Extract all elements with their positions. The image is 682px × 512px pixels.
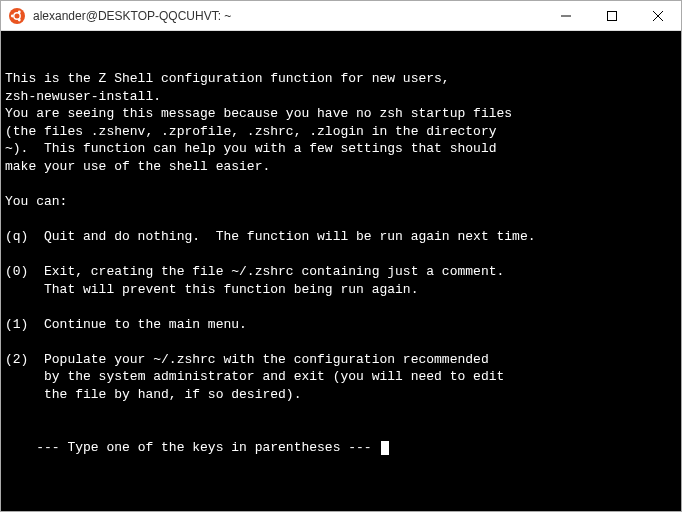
minimize-button[interactable] — [543, 1, 589, 30]
terminal-area[interactable]: This is the Z Shell configuration functi… — [1, 31, 681, 511]
svg-point-3 — [18, 10, 21, 13]
terminal-line: You can: — [5, 193, 677, 211]
terminal-line: make your use of the shell easier. — [5, 158, 677, 176]
ubuntu-icon — [9, 8, 25, 24]
terminal-line: (the files .zshenv, .zprofile, .zshrc, .… — [5, 123, 677, 141]
maximize-button[interactable] — [589, 1, 635, 30]
terminal-line — [5, 333, 677, 351]
svg-point-4 — [18, 18, 21, 21]
terminal-line: ~). This function can help you with a fe… — [5, 140, 677, 158]
svg-rect-5 — [608, 11, 617, 20]
terminal-line — [5, 210, 677, 228]
terminal-line — [5, 298, 677, 316]
terminal-window: alexander@DESKTOP-QQCUHVT: ~ This is the… — [0, 0, 682, 512]
terminal-line: This is the Z Shell configuration functi… — [5, 70, 677, 88]
terminal-line — [5, 403, 677, 421]
terminal-line: zsh-newuser-install. — [5, 88, 677, 106]
terminal-prompt: --- Type one of the keys in parentheses … — [36, 440, 379, 455]
terminal-line — [5, 175, 677, 193]
window-controls — [543, 1, 681, 30]
terminal-line: (2) Populate your ~/.zshrc with the conf… — [5, 351, 677, 369]
terminal-line: the file by hand, if so desired). — [5, 386, 677, 404]
cursor — [381, 441, 389, 455]
svg-point-2 — [11, 14, 14, 17]
terminal-line: That will prevent this function being ru… — [5, 281, 677, 299]
terminal-line: (1) Continue to the main menu. — [5, 316, 677, 334]
terminal-output: This is the Z Shell configuration functi… — [5, 70, 677, 421]
terminal-line: (q) Quit and do nothing. The function wi… — [5, 228, 677, 246]
terminal-line: by the system administrator and exit (yo… — [5, 368, 677, 386]
window-title: alexander@DESKTOP-QQCUHVT: ~ — [33, 9, 543, 23]
terminal-line: You are seeing this message because you … — [5, 105, 677, 123]
titlebar: alexander@DESKTOP-QQCUHVT: ~ — [1, 1, 681, 31]
close-button[interactable] — [635, 1, 681, 30]
terminal-line: (0) Exit, creating the file ~/.zshrc con… — [5, 263, 677, 281]
terminal-line — [5, 246, 677, 264]
